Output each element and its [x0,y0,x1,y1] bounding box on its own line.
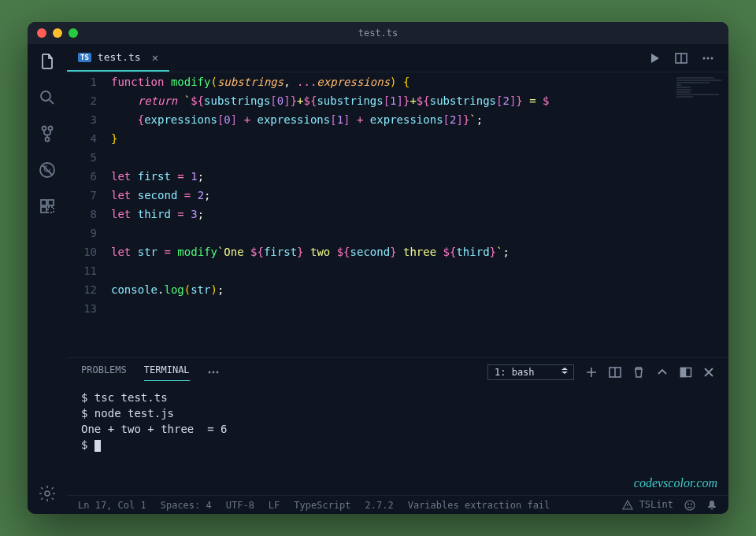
line-gutter: 12345678910111213 [67,72,111,357]
maximize-panel-icon[interactable] [656,366,669,379]
status-language[interactable]: TypeScript [294,500,350,511]
debug-icon[interactable] [38,161,57,179]
minimap[interactable] [676,77,724,109]
tab-problems[interactable]: PROBLEMS [81,364,127,380]
status-bar: Ln 17, Col 1 Spaces: 4 UTF-8 LF TypeScri… [67,495,728,514]
extensions-icon[interactable] [38,197,57,216]
svg-point-9 [45,491,50,496]
code-content: function modify(substrings, ...expressio… [111,72,728,357]
editor-area: TS test.ts ✕ 12345678910 [67,44,728,514]
svg-point-21 [688,504,689,505]
explorer-icon[interactable] [38,52,57,71]
watermark: codevscolor.com [623,471,728,495]
run-icon[interactable] [648,52,661,65]
toggle-panel-icon[interactable] [680,366,692,379]
tab-terminal[interactable]: TERMINAL [144,364,190,381]
svg-point-11 [703,57,706,59]
search-icon[interactable] [38,88,57,107]
new-terminal-icon[interactable] [585,366,598,379]
svg-point-14 [208,372,210,374]
panel-more-icon[interactable] [207,366,220,379]
status-feedback-icon[interactable] [684,500,695,511]
terminal-cursor [94,440,101,452]
tab-label: test.ts [98,51,141,63]
activity-bar [28,44,67,514]
svg-point-12 [707,57,710,59]
maximize-window-button[interactable] [69,28,78,38]
svg-point-16 [216,372,218,374]
svg-point-15 [212,372,214,374]
status-spaces[interactable]: Spaces: 4 [161,500,212,511]
bottom-panel: PROBLEMS TERMINAL 1: bash [67,357,728,495]
source-control-icon[interactable] [38,124,57,143]
main-body: TS test.ts ✕ 12345678910 [28,44,728,514]
file-type-badge: TS [78,53,91,62]
status-bell-icon[interactable] [706,500,717,511]
svg-rect-7 [41,207,46,213]
code-editor[interactable]: 12345678910111213 function modify(substr… [67,72,728,357]
close-window-button[interactable] [37,28,46,38]
window-controls [37,28,78,38]
settings-gear-icon[interactable] [38,484,57,503]
svg-point-20 [685,501,695,510]
svg-point-13 [711,57,713,59]
tab-test-ts[interactable]: TS test.ts ✕ [67,44,169,72]
status-version[interactable]: 2.7.2 [365,500,394,511]
window-title: test.ts [358,28,398,39]
terminal-selector[interactable]: 1: bash [487,364,574,380]
status-cursor-pos[interactable]: Ln 17, Col 1 [78,500,146,511]
status-tslint[interactable]: TSLint [622,499,673,511]
kill-terminal-icon[interactable] [632,366,645,379]
panel-tabs: PROBLEMS TERMINAL 1: bash [67,358,728,386]
status-message[interactable]: Variables extraction fail [408,500,550,511]
status-encoding[interactable]: UTF-8 [226,500,254,511]
minimize-window-button[interactable] [53,28,62,38]
split-terminal-icon[interactable] [609,366,621,379]
close-panel-icon[interactable] [703,367,714,378]
svg-rect-6 [48,200,54,205]
svg-point-3 [46,138,50,142]
svg-point-22 [691,504,692,505]
more-icon[interactable] [702,52,714,65]
titlebar: test.ts [28,22,728,44]
status-eol[interactable]: LF [269,500,280,511]
svg-rect-8 [48,207,54,213]
svg-rect-19 [681,368,686,377]
split-editor-icon[interactable] [675,52,687,65]
svg-point-0 [41,91,50,101]
tabs-actions [648,52,728,65]
tabs-row: TS test.ts ✕ [67,44,728,72]
svg-point-2 [49,127,53,131]
svg-rect-5 [41,200,46,205]
close-tab-icon[interactable]: ✕ [152,51,158,64]
editor-window: test.ts [28,22,728,514]
svg-point-1 [43,127,46,131]
